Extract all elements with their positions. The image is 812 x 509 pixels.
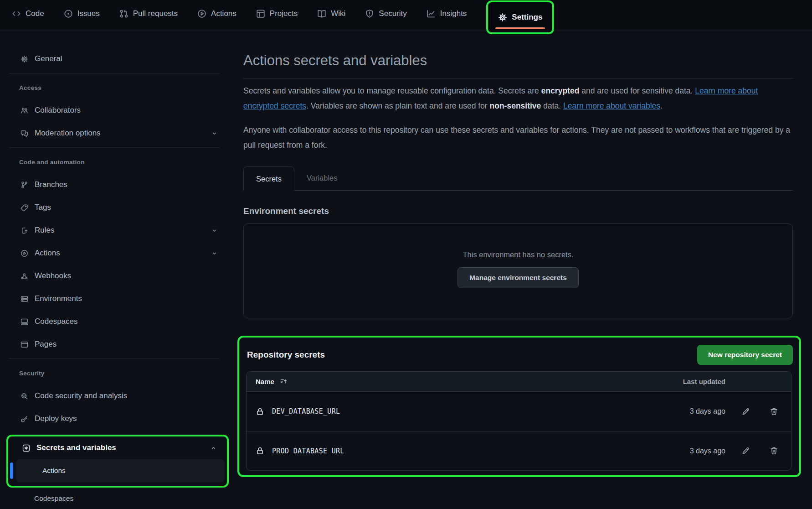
environment-empty-text: This environment has no secrets. [463,250,573,259]
repo-settings-page: Code Issues Pull requests Actions Projec… [0,0,812,509]
sidebar-item-general[interactable]: General [0,47,233,70]
tab-pull-requests[interactable]: Pull requests [119,0,178,27]
intro-text: data. [541,101,563,110]
issue-opened-icon [64,9,73,18]
tab-security[interactable]: Security [365,0,406,27]
sidebar-item-deploy-keys[interactable]: Deploy keys [0,407,233,430]
sidebar-item-codespaces[interactable]: Codespaces [0,310,233,333]
edit-secret-button[interactable] [737,443,754,459]
name-column-header: Name [256,378,274,385]
git-branch-icon [21,181,28,189]
code-icon [12,9,21,18]
annotation-box-repository-secrets: Repository secrets New repository secret… [237,336,801,477]
sidebar-item-tags[interactable]: Tags [0,196,233,219]
tab-actions[interactable]: Actions [197,0,236,27]
play-icon [197,9,206,18]
tab-variables[interactable]: Variables [294,166,350,190]
page-title: Actions secrets and variables [243,51,793,70]
codespaces-icon [21,318,28,326]
trash-icon [770,407,778,416]
intro-text: Secrets and variables allow you to manag… [243,86,541,95]
sidebar-subitem-codespaces[interactable]: Codespaces [0,488,233,509]
graph-icon [427,9,436,18]
repository-secrets-table: Name Last updated DEV_DATABASE_URL 3 day… [246,371,791,471]
secret-name: DEV_DATABASE_URL [272,407,340,416]
selected-indicator-bar [10,462,13,479]
repository-secrets-header: Repository secrets New repository secret [245,345,793,365]
people-icon [21,107,28,114]
repo-rules-icon [21,227,28,234]
sidebar-section-code-automation: Code and automation [0,151,233,173]
browser-icon [21,341,28,348]
chevron-down-icon [211,227,218,234]
new-repository-secret-button[interactable]: New repository secret [697,345,793,365]
tag-icon [21,204,28,212]
secret-name: PROD_DATABASE_URL [272,447,344,455]
tab-label: Security [379,9,406,18]
key-icon [21,415,28,423]
annotation-box-settings: Settings [486,0,554,34]
tab-projects[interactable]: Projects [256,0,298,27]
sidebar-item-branches[interactable]: Branches [0,173,233,196]
repo-tab-nav: Code Issues Pull requests Actions Projec… [0,0,812,30]
pencil-icon [741,407,750,416]
sidebar-item-label: Collaborators [35,106,81,115]
gear-icon [21,55,28,63]
chevron-up-icon [210,445,217,452]
intro-bold-encrypted: encrypted [541,86,580,95]
edit-secret-button[interactable] [737,403,754,420]
table-icon [256,9,265,18]
tab-secrets[interactable]: Secrets [243,166,294,191]
sidebar-item-collaborators[interactable]: Collaborators [0,99,233,122]
delete-secret-button[interactable] [766,403,782,420]
sidebar-item-code-security[interactable]: Code security and analysis [0,384,233,407]
play-icon [21,249,28,257]
sidebar-divider [9,358,220,359]
secrets-variables-tabbar: Secrets Variables [243,166,793,191]
link-variables[interactable]: Learn more about variables [563,101,660,110]
delete-secret-button[interactable] [766,443,782,459]
lock-icon [256,447,264,455]
table-header-row: Name Last updated [247,372,791,392]
sidebar-item-rules[interactable]: Rules [0,219,233,242]
intro-text: and are used for sensitive data. [579,86,695,95]
sidebar-item-moderation-options[interactable]: Moderation options [0,122,233,145]
annotation-box-secrets-and-variables: Secrets and variables Actions [6,435,229,488]
sidebar-section-security: Security [0,362,233,384]
last-updated-column-header: Last updated [657,378,725,385]
tab-issues[interactable]: Issues [64,0,100,27]
repository-secrets-heading: Repository secrets [247,350,325,360]
secret-row: DEV_DATABASE_URL 3 days ago [247,392,791,431]
manage-environment-secrets-button[interactable]: Manage environment secrets [457,267,579,288]
tab-settings[interactable]: Settings [498,4,542,31]
tab-label: Actions [211,9,236,18]
sidebar-item-label: General [35,54,62,63]
sidebar-item-webhooks[interactable]: Webhooks [0,265,233,287]
comment-discussion-icon [21,130,28,137]
environment-secrets-box: This environment has no secrets. Manage … [243,223,793,318]
sidebar-item-actions[interactable]: Actions [0,242,233,265]
tab-code[interactable]: Code [12,0,44,27]
sidebar-subitem-label: Actions [42,467,66,475]
sidebar-subitem-label: Codespaces [34,494,73,503]
tab-insights[interactable]: Insights [427,0,467,27]
tab-label: Settings [512,13,542,22]
trash-icon [770,447,778,455]
sort-ascending-icon[interactable] [280,378,288,385]
sidebar-divider [9,147,220,148]
sidebar-item-label: Secrets and variables [36,443,116,452]
tab-label: Insights [440,9,467,18]
chevron-down-icon [211,130,218,137]
sidebar-item-environments[interactable]: Environments [0,287,233,310]
intro-paragraph: Secrets and variables allow you to manag… [243,83,793,114]
asterisk-box-icon [22,444,30,452]
sidebar-divider [9,73,220,73]
tab-label: Code [26,9,44,18]
lock-icon [256,407,264,416]
sidebar-item-secrets-and-variables[interactable]: Secrets and variables [8,437,227,458]
secret-row-actions: 3 days ago [657,443,782,459]
settings-sidebar: General Access Collaborators Moderation … [0,30,233,509]
tab-wiki[interactable]: Wiki [317,0,345,27]
sidebar-item-pages[interactable]: Pages [0,333,233,356]
sidebar-subitem-actions[interactable]: Actions [16,459,225,482]
